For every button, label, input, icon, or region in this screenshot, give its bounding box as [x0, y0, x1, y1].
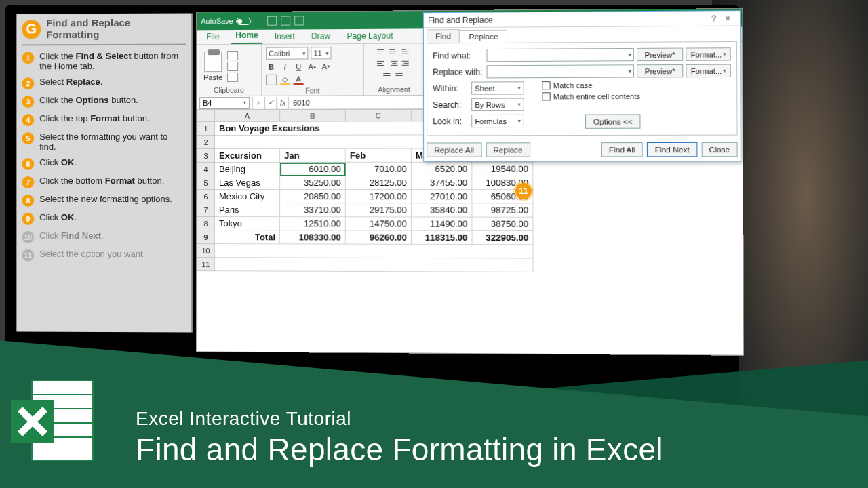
cell[interactable]: Mexico City — [214, 190, 279, 203]
row-header[interactable]: 4 — [197, 162, 215, 176]
cell[interactable]: 35250.00 — [280, 176, 346, 189]
align-left-icon[interactable] — [377, 58, 387, 68]
dialog-close-icon[interactable]: × — [720, 14, 736, 23]
cell[interactable]: 322905.00 — [472, 230, 533, 244]
font-size-select[interactable]: 11▾ — [311, 47, 331, 59]
align-center-icon[interactable] — [389, 58, 399, 68]
col-header[interactable]: A — [215, 110, 280, 121]
copy-icon[interactable] — [227, 61, 238, 70]
row-header[interactable]: 3 — [197, 148, 215, 162]
cell[interactable]: 12510.00 — [280, 217, 346, 230]
lookin-select[interactable]: Formulas▾ — [471, 115, 524, 127]
col-header[interactable]: B — [280, 110, 346, 121]
fill-color-icon[interactable]: ◇ — [279, 75, 290, 85]
font-color-icon[interactable]: A — [293, 75, 304, 85]
cell[interactable]: 33710.00 — [280, 203, 346, 217]
undo-icon[interactable] — [281, 16, 290, 26]
format-painter-icon[interactable] — [227, 72, 238, 81]
row-header[interactable]: 10 — [197, 244, 214, 258]
cell[interactable]: 118315.00 — [411, 230, 472, 244]
cell[interactable]: 6010.00 — [280, 162, 346, 176]
replace-format-button[interactable]: Format...▾ — [686, 64, 730, 78]
help-icon[interactable]: ? — [707, 14, 720, 23]
fx-icon[interactable]: fx — [277, 96, 289, 108]
font-name-select[interactable]: Calibri▾ — [266, 47, 308, 59]
underline-button[interactable]: U — [293, 61, 304, 72]
cell[interactable]: 20850.00 — [280, 190, 346, 203]
cell[interactable]: 35840.00 — [411, 203, 472, 217]
tab-find[interactable]: Find — [427, 29, 460, 43]
tab-insert[interactable]: Insert — [271, 29, 299, 43]
find-format-button[interactable]: Format...▾ — [686, 47, 730, 61]
find-what-input[interactable]: ▾ — [487, 48, 634, 62]
row-header[interactable]: 11 — [197, 258, 214, 271]
save-icon[interactable] — [267, 16, 277, 26]
replace-with-input[interactable]: ▾ — [487, 64, 634, 78]
cell[interactable]: 38750.00 — [472, 217, 533, 230]
row-header[interactable]: 7 — [197, 203, 214, 217]
tab-file[interactable]: File — [202, 30, 223, 44]
cell[interactable] — [214, 258, 533, 272]
cell[interactable]: 27010.00 — [411, 190, 472, 203]
cell[interactable]: 17200.00 — [345, 190, 411, 203]
replace-all-button[interactable]: Replace All — [427, 142, 481, 157]
cell[interactable]: 14750.00 — [345, 217, 411, 230]
align-middle-icon[interactable] — [389, 47, 399, 56]
cell[interactable]: 7010.00 — [345, 162, 411, 176]
name-box[interactable]: B4▾ — [199, 96, 250, 108]
align-bottom-icon[interactable] — [401, 47, 411, 56]
increase-font-icon[interactable]: A▴ — [307, 61, 317, 72]
cell[interactable]: Total — [214, 230, 279, 244]
cell[interactable]: 29175.00 — [345, 203, 411, 217]
cell[interactable]: 37455.00 — [411, 176, 472, 189]
row-header[interactable]: 2 — [197, 135, 215, 148]
cell[interactable]: 6520.00 — [411, 162, 472, 176]
row-header[interactable]: 9 — [197, 230, 214, 244]
align-right-icon[interactable] — [401, 58, 411, 68]
match-case-checkbox[interactable]: Match case — [542, 81, 640, 90]
replace-button[interactable]: Replace — [486, 142, 530, 157]
cell[interactable]: Jan — [280, 148, 346, 162]
enter-icon[interactable]: ✓ — [264, 96, 277, 108]
redo-icon[interactable] — [294, 16, 304, 25]
cell[interactable]: Tokyo — [214, 217, 279, 230]
paste-button[interactable]: Paste — [201, 52, 225, 81]
close-button[interactable]: Close — [701, 142, 737, 157]
tab-home[interactable]: Home — [231, 28, 262, 44]
col-header[interactable]: C — [345, 110, 411, 121]
row-header[interactable]: 6 — [197, 189, 214, 203]
bold-button[interactable]: B — [266, 62, 277, 73]
select-all-cell[interactable] — [197, 110, 215, 122]
cell[interactable]: 11490.00 — [411, 217, 472, 230]
cell[interactable]: Las Vegas — [214, 176, 279, 189]
cell[interactable]: Feb — [345, 148, 411, 162]
cell[interactable]: Paris — [214, 203, 279, 217]
tab-page-layout[interactable]: Page Layout — [342, 29, 397, 44]
decrease-indent-icon[interactable] — [383, 70, 393, 79]
options-button[interactable]: Options << — [586, 114, 641, 129]
match-entire-checkbox[interactable]: Match entire cell contents — [542, 92, 640, 101]
italic-button[interactable]: I — [279, 62, 290, 73]
cell[interactable]: 28125.00 — [345, 176, 411, 189]
row-header[interactable]: 5 — [197, 176, 214, 189]
autosave-toggle[interactable] — [236, 17, 251, 24]
cancel-icon[interactable]: × — [252, 96, 264, 108]
cell[interactable]: Beijing — [214, 162, 279, 176]
row-header[interactable]: 1 — [197, 122, 215, 136]
cell[interactable]: 96260.00 — [345, 230, 411, 244]
row-header[interactable]: 8 — [197, 217, 214, 230]
search-select[interactable]: By Rows▾ — [471, 98, 524, 111]
find-next-button[interactable]: Find Next — [647, 142, 697, 157]
find-all-button[interactable]: Find All — [601, 142, 643, 157]
cut-icon[interactable] — [227, 50, 238, 60]
within-select[interactable]: Sheet▾ — [471, 81, 524, 94]
tab-replace[interactable]: Replace — [460, 30, 507, 44]
cell[interactable]: 108330.00 — [280, 230, 346, 244]
cell[interactable]: 98725.00 — [472, 203, 533, 217]
cell[interactable] — [214, 244, 533, 258]
tab-draw[interactable]: Draw — [307, 29, 334, 43]
cell[interactable]: 19540.00 — [472, 162, 533, 176]
align-top-icon[interactable] — [377, 47, 387, 56]
decrease-font-icon[interactable]: A▾ — [320, 61, 331, 72]
cell[interactable]: Excursion — [214, 148, 279, 162]
